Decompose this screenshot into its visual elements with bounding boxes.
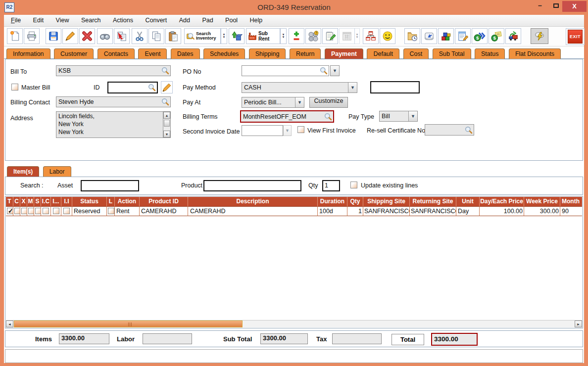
chevron-down-icon[interactable]: ▼	[348, 83, 357, 92]
column-header[interactable]: L	[107, 197, 115, 207]
master-bill-checkbox[interactable]	[11, 84, 18, 91]
tab-flat-discounts[interactable]: Flat Discounts	[509, 48, 561, 59]
column-header[interactable]: Product ID	[140, 197, 188, 207]
lookup-icon[interactable]	[148, 84, 156, 92]
tab-contacts[interactable]: Contacts	[98, 48, 135, 59]
asset-input[interactable]	[81, 180, 139, 191]
cell-product-id[interactable]: CAMERAHD	[140, 207, 188, 216]
cell-month-price[interactable]: 90	[560, 207, 582, 216]
row-checkbox-ii[interactable]	[63, 208, 70, 214]
dollar-forward-button[interactable]: $	[472, 28, 488, 44]
cell-unit[interactable]: Day	[456, 207, 480, 216]
id-field[interactable]	[107, 82, 158, 93]
tab-items[interactable]: Item(s)	[7, 166, 39, 177]
menu-file[interactable]: File	[6, 15, 26, 26]
lookup-icon[interactable]	[161, 98, 169, 106]
tab-schedules[interactable]: Schedules	[203, 48, 245, 59]
column-header[interactable]: Description	[188, 197, 318, 207]
po-no-dropdown[interactable]: ▼	[330, 65, 340, 76]
lookup-icon[interactable]	[320, 67, 328, 75]
pay-type-combo[interactable]: Bill ▼	[379, 111, 418, 122]
column-header[interactable]: Status	[72, 197, 107, 207]
scroll-left-icon[interactable]: ◄	[6, 320, 13, 327]
transfer-button[interactable]	[114, 28, 130, 44]
smiley-button[interactable]	[380, 28, 395, 44]
exit-button[interactable]: EXIT	[566, 28, 585, 45]
horizontal-scrollbar[interactable]: ◄ ►	[6, 320, 582, 327]
sub-rent-dropdown[interactable]: ▼▼	[280, 28, 287, 44]
maximize-button[interactable]	[548, 0, 563, 12]
billing-terms-field[interactable]: MonthResetOFF_EOM	[240, 110, 334, 123]
shapes-button[interactable]	[229, 28, 245, 44]
scroll-thumb[interactable]	[14, 320, 243, 327]
address-scrollbar[interactable]: ▲ ▼	[163, 112, 170, 137]
new-button[interactable]	[7, 28, 23, 44]
column-header[interactable]: I.C	[41, 197, 51, 207]
search-inventory-button[interactable]: SearchInventory	[184, 28, 221, 44]
product-input[interactable]	[203, 180, 301, 191]
chevron-down-icon[interactable]: ▼	[408, 111, 417, 121]
qty-input[interactable]: 1	[322, 180, 340, 191]
column-header[interactable]: Qty	[347, 197, 363, 207]
column-header[interactable]: Action	[115, 197, 140, 207]
copy-button[interactable]	[148, 28, 164, 44]
menu-edit[interactable]: Edit	[28, 15, 49, 26]
pay-method-combo[interactable]: CASH ▼	[242, 82, 357, 93]
id-edit-button[interactable]	[161, 81, 173, 93]
cell-week-price[interactable]: 300.00	[524, 207, 560, 216]
menu-pad[interactable]: Pad	[197, 15, 218, 26]
lookup-icon[interactable]	[465, 126, 473, 134]
scroll-thumb[interactable]	[164, 120, 170, 127]
tab-default[interactable]: Default	[367, 48, 399, 59]
column-header[interactable]: Returning Site	[410, 197, 456, 207]
row-checkbox-t[interactable]	[7, 208, 13, 214]
lookup-icon[interactable]	[324, 113, 332, 121]
column-header[interactable]: Week Price	[524, 197, 560, 207]
minimize-button[interactable]: –	[533, 0, 547, 12]
tab-return[interactable]: Return	[290, 48, 321, 59]
tab-labor[interactable]: Labor	[43, 166, 71, 177]
bill-to-field[interactable]: KSB	[56, 65, 171, 76]
menu-view[interactable]: View	[51, 15, 74, 26]
column-header[interactable]: Unit	[456, 197, 480, 207]
row-checkbox-s[interactable]	[35, 208, 41, 214]
address-field[interactable]: Lincoln fields, New York New York ▲ ▼	[56, 111, 171, 138]
chevron-down-icon[interactable]: ▼	[295, 97, 304, 107]
sub-rent-button[interactable]: Sub Rent	[246, 28, 280, 44]
pay-method-aux-field[interactable]	[370, 81, 420, 93]
menu-search[interactable]: Search	[76, 15, 106, 26]
save-button[interactable]	[46, 28, 61, 44]
pay-at-combo[interactable]: Periodic Bill... ▼	[242, 97, 304, 108]
key-button-button[interactable]	[421, 28, 437, 44]
search-inventory-dropdown[interactable]: ▼▼	[221, 28, 227, 44]
column-header[interactable]: I...	[51, 197, 61, 207]
tab-information[interactable]: Information	[6, 48, 50, 59]
org-chart-button[interactable]	[363, 28, 379, 44]
cell-qty[interactable]: 1	[347, 207, 363, 216]
column-header[interactable]: Duration	[318, 197, 347, 207]
cell-returning-site[interactable]: SANFRANCISCO	[410, 207, 456, 216]
column-header[interactable]: Day/Each Price	[480, 197, 524, 207]
cell-description[interactable]: CAMERAHD	[188, 207, 318, 216]
scroll-up-icon[interactable]: ▲	[163, 112, 170, 119]
menu-pool[interactable]: Pool	[220, 15, 243, 26]
cell-shipping-site[interactable]: SANFRANCISCO	[363, 207, 410, 216]
cell-duration[interactable]: 100d	[318, 207, 347, 216]
cubes-button[interactable]	[438, 28, 454, 44]
column-header[interactable]: C	[13, 197, 20, 207]
column-header[interactable]: T	[6, 197, 13, 207]
notes-button[interactable]	[322, 28, 338, 44]
dollar-note-button[interactable]: $	[489, 28, 504, 44]
truck-return-button[interactable]	[505, 28, 521, 44]
edit-button[interactable]	[62, 28, 78, 44]
row-checkbox-l[interactable]	[108, 208, 114, 214]
print-button[interactable]	[24, 28, 40, 44]
tab-sub-total[interactable]: Sub Total	[433, 48, 471, 59]
tab-customer[interactable]: Customer	[54, 48, 94, 59]
tab-shipping[interactable]: Shipping	[249, 48, 286, 59]
paste-button[interactable]	[165, 28, 181, 44]
cell-action[interactable]: Rent	[115, 207, 140, 216]
column-header[interactable]: S	[34, 197, 41, 207]
po-no-field[interactable]	[242, 65, 329, 76]
update-existing-lines-checkbox[interactable]	[350, 182, 357, 188]
